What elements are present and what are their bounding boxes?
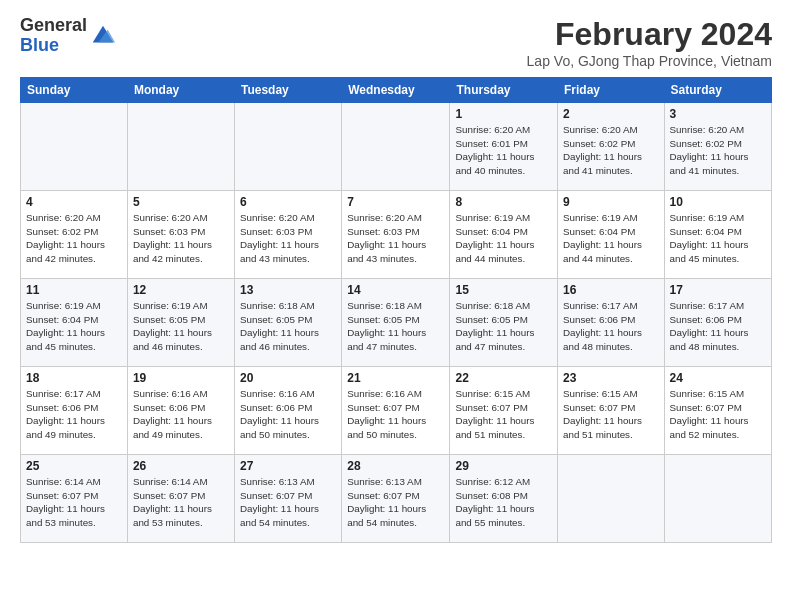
cell-day-number: 22 — [455, 371, 552, 385]
cell-info: Sunrise: 6:16 AM Sunset: 6:06 PM Dayligh… — [133, 387, 229, 442]
cell-info: Sunrise: 6:20 AM Sunset: 6:01 PM Dayligh… — [455, 123, 552, 178]
table-row: 17Sunrise: 6:17 AM Sunset: 6:06 PM Dayli… — [664, 279, 771, 367]
cell-day-number: 9 — [563, 195, 659, 209]
cell-info: Sunrise: 6:13 AM Sunset: 6:07 PM Dayligh… — [240, 475, 336, 530]
table-row: 18Sunrise: 6:17 AM Sunset: 6:06 PM Dayli… — [21, 367, 128, 455]
cell-info: Sunrise: 6:14 AM Sunset: 6:07 PM Dayligh… — [133, 475, 229, 530]
table-row: 8Sunrise: 6:19 AM Sunset: 6:04 PM Daylig… — [450, 191, 558, 279]
cell-day-number: 24 — [670, 371, 766, 385]
cell-day-number: 25 — [26, 459, 122, 473]
cell-info: Sunrise: 6:19 AM Sunset: 6:04 PM Dayligh… — [26, 299, 122, 354]
cell-info: Sunrise: 6:19 AM Sunset: 6:05 PM Dayligh… — [133, 299, 229, 354]
table-row — [558, 455, 665, 543]
month-title: February 2024 — [527, 16, 772, 53]
cell-info: Sunrise: 6:19 AM Sunset: 6:04 PM Dayligh… — [455, 211, 552, 266]
cell-info: Sunrise: 6:18 AM Sunset: 6:05 PM Dayligh… — [455, 299, 552, 354]
table-row: 19Sunrise: 6:16 AM Sunset: 6:06 PM Dayli… — [127, 367, 234, 455]
calendar-week-2: 4Sunrise: 6:20 AM Sunset: 6:02 PM Daylig… — [21, 191, 772, 279]
cell-info: Sunrise: 6:16 AM Sunset: 6:06 PM Dayligh… — [240, 387, 336, 442]
table-row — [342, 103, 450, 191]
table-row — [127, 103, 234, 191]
table-row: 25Sunrise: 6:14 AM Sunset: 6:07 PM Dayli… — [21, 455, 128, 543]
calendar-week-5: 25Sunrise: 6:14 AM Sunset: 6:07 PM Dayli… — [21, 455, 772, 543]
table-row: 22Sunrise: 6:15 AM Sunset: 6:07 PM Dayli… — [450, 367, 558, 455]
cell-info: Sunrise: 6:17 AM Sunset: 6:06 PM Dayligh… — [670, 299, 766, 354]
cell-info: Sunrise: 6:15 AM Sunset: 6:07 PM Dayligh… — [455, 387, 552, 442]
cell-day-number: 8 — [455, 195, 552, 209]
cell-day-number: 16 — [563, 283, 659, 297]
cell-info: Sunrise: 6:20 AM Sunset: 6:02 PM Dayligh… — [670, 123, 766, 178]
cell-day-number: 28 — [347, 459, 444, 473]
cell-day-number: 26 — [133, 459, 229, 473]
cell-info: Sunrise: 6:17 AM Sunset: 6:06 PM Dayligh… — [563, 299, 659, 354]
title-section: February 2024 Lap Vo, GJong Thap Provinc… — [527, 16, 772, 69]
calendar-week-4: 18Sunrise: 6:17 AM Sunset: 6:06 PM Dayli… — [21, 367, 772, 455]
table-row: 24Sunrise: 6:15 AM Sunset: 6:07 PM Dayli… — [664, 367, 771, 455]
cell-day-number: 29 — [455, 459, 552, 473]
cell-day-number: 18 — [26, 371, 122, 385]
table-row: 13Sunrise: 6:18 AM Sunset: 6:05 PM Dayli… — [235, 279, 342, 367]
table-row: 7Sunrise: 6:20 AM Sunset: 6:03 PM Daylig… — [342, 191, 450, 279]
table-row: 15Sunrise: 6:18 AM Sunset: 6:05 PM Dayli… — [450, 279, 558, 367]
cell-info: Sunrise: 6:20 AM Sunset: 6:03 PM Dayligh… — [133, 211, 229, 266]
table-row: 29Sunrise: 6:12 AM Sunset: 6:08 PM Dayli… — [450, 455, 558, 543]
table-row: 28Sunrise: 6:13 AM Sunset: 6:07 PM Dayli… — [342, 455, 450, 543]
col-saturday: Saturday — [664, 78, 771, 103]
col-sunday: Sunday — [21, 78, 128, 103]
table-row — [21, 103, 128, 191]
cell-info: Sunrise: 6:17 AM Sunset: 6:06 PM Dayligh… — [26, 387, 122, 442]
cell-day-number: 14 — [347, 283, 444, 297]
cell-day-number: 15 — [455, 283, 552, 297]
col-friday: Friday — [558, 78, 665, 103]
calendar-week-3: 11Sunrise: 6:19 AM Sunset: 6:04 PM Dayli… — [21, 279, 772, 367]
cell-info: Sunrise: 6:16 AM Sunset: 6:07 PM Dayligh… — [347, 387, 444, 442]
col-thursday: Thursday — [450, 78, 558, 103]
cell-day-number: 17 — [670, 283, 766, 297]
cell-info: Sunrise: 6:20 AM Sunset: 6:02 PM Dayligh… — [563, 123, 659, 178]
cell-day-number: 21 — [347, 371, 444, 385]
cell-day-number: 10 — [670, 195, 766, 209]
logo-blue: Blue — [20, 36, 87, 56]
cell-info: Sunrise: 6:14 AM Sunset: 6:07 PM Dayligh… — [26, 475, 122, 530]
table-row: 5Sunrise: 6:20 AM Sunset: 6:03 PM Daylig… — [127, 191, 234, 279]
table-row: 3Sunrise: 6:20 AM Sunset: 6:02 PM Daylig… — [664, 103, 771, 191]
table-row: 14Sunrise: 6:18 AM Sunset: 6:05 PM Dayli… — [342, 279, 450, 367]
cell-day-number: 4 — [26, 195, 122, 209]
cell-day-number: 7 — [347, 195, 444, 209]
table-row — [235, 103, 342, 191]
table-row: 6Sunrise: 6:20 AM Sunset: 6:03 PM Daylig… — [235, 191, 342, 279]
col-wednesday: Wednesday — [342, 78, 450, 103]
cell-info: Sunrise: 6:19 AM Sunset: 6:04 PM Dayligh… — [563, 211, 659, 266]
cell-day-number: 2 — [563, 107, 659, 121]
cell-info: Sunrise: 6:19 AM Sunset: 6:04 PM Dayligh… — [670, 211, 766, 266]
header: General Blue February 2024 Lap Vo, GJong… — [20, 16, 772, 69]
cell-day-number: 12 — [133, 283, 229, 297]
logo-general: General — [20, 16, 87, 36]
table-row: 2Sunrise: 6:20 AM Sunset: 6:02 PM Daylig… — [558, 103, 665, 191]
cell-day-number: 13 — [240, 283, 336, 297]
cell-day-number: 23 — [563, 371, 659, 385]
cell-day-number: 11 — [26, 283, 122, 297]
table-row: 12Sunrise: 6:19 AM Sunset: 6:05 PM Dayli… — [127, 279, 234, 367]
logo-icon — [89, 22, 117, 50]
cell-day-number: 20 — [240, 371, 336, 385]
cell-day-number: 3 — [670, 107, 766, 121]
cell-info: Sunrise: 6:20 AM Sunset: 6:03 PM Dayligh… — [240, 211, 336, 266]
calendar-week-1: 1Sunrise: 6:20 AM Sunset: 6:01 PM Daylig… — [21, 103, 772, 191]
cell-day-number: 1 — [455, 107, 552, 121]
page: General Blue February 2024 Lap Vo, GJong… — [0, 0, 792, 612]
col-tuesday: Tuesday — [235, 78, 342, 103]
table-row: 23Sunrise: 6:15 AM Sunset: 6:07 PM Dayli… — [558, 367, 665, 455]
table-row: 27Sunrise: 6:13 AM Sunset: 6:07 PM Dayli… — [235, 455, 342, 543]
cell-day-number: 5 — [133, 195, 229, 209]
calendar: Sunday Monday Tuesday Wednesday Thursday… — [20, 77, 772, 543]
logo-text: General Blue — [20, 16, 87, 56]
table-row: 4Sunrise: 6:20 AM Sunset: 6:02 PM Daylig… — [21, 191, 128, 279]
cell-day-number: 27 — [240, 459, 336, 473]
table-row: 10Sunrise: 6:19 AM Sunset: 6:04 PM Dayli… — [664, 191, 771, 279]
table-row: 1Sunrise: 6:20 AM Sunset: 6:01 PM Daylig… — [450, 103, 558, 191]
cell-info: Sunrise: 6:13 AM Sunset: 6:07 PM Dayligh… — [347, 475, 444, 530]
col-monday: Monday — [127, 78, 234, 103]
subtitle: Lap Vo, GJong Thap Province, Vietnam — [527, 53, 772, 69]
table-row: 21Sunrise: 6:16 AM Sunset: 6:07 PM Dayli… — [342, 367, 450, 455]
